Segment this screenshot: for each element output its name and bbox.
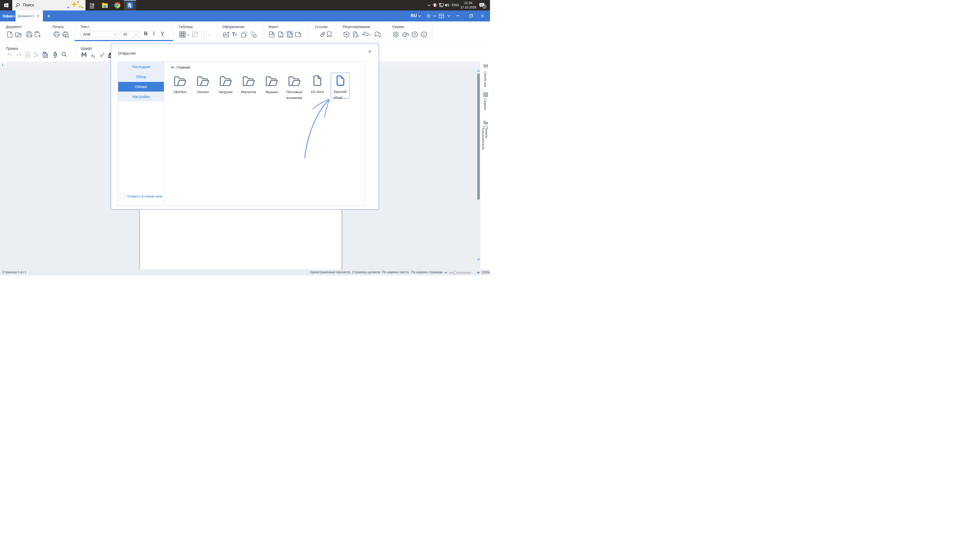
svg-text:T: T (232, 32, 235, 37)
svg-text:т: т (235, 32, 237, 37)
svg-text:2: 2 (484, 5, 485, 8)
svg-text:?: ? (414, 32, 416, 37)
